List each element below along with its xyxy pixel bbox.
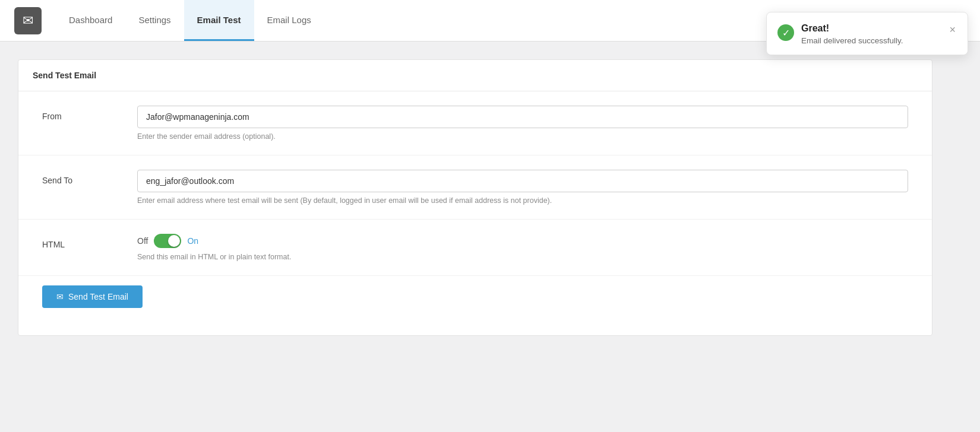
send-icon: ✉ — [56, 292, 64, 301]
nav-tabs: Dashboard Settings Email Test Email Logs — [56, 0, 324, 41]
html-row: HTML Off On Send this email in HTML or i… — [18, 220, 932, 276]
logo-icon: ✉ — [14, 7, 42, 34]
html-toggle[interactable] — [154, 234, 181, 248]
toast-message: Email delivered successfully. — [801, 36, 942, 45]
send-to-hint: Enter email address where test email wil… — [137, 196, 908, 205]
toast-close-button[interactable]: × — [949, 24, 956, 35]
tab-dashboard[interactable]: Dashboard — [56, 0, 125, 41]
from-field: Enter the sender email address (optional… — [137, 106, 908, 141]
card-title: Send Test Email — [33, 71, 96, 80]
from-hint: Enter the sender email address (optional… — [137, 132, 908, 141]
toast-title: Great! — [801, 23, 942, 34]
from-row: From Enter the sender email address (opt… — [18, 91, 932, 155]
toast-success-icon: ✓ — [777, 24, 794, 41]
send-to-label: Send To — [42, 170, 137, 185]
send-to-input[interactable] — [137, 170, 908, 192]
toggle-on-label: On — [187, 236, 198, 246]
tab-email-test[interactable]: Email Test — [184, 0, 254, 41]
toggle-slider — [154, 234, 181, 248]
from-input[interactable] — [137, 106, 908, 128]
send-to-row: Send To Enter email address where test e… — [18, 155, 932, 220]
toast-content: Great! Email delivered successfully. — [801, 23, 942, 45]
send-test-email-button[interactable]: ✉ Send Test Email — [42, 285, 143, 308]
html-field: Off On Send this email in HTML or in pla… — [137, 234, 908, 261]
toast-notification: ✓ Great! Email delivered successfully. × — [766, 12, 968, 55]
main-content: Send Test Email From Enter the sender em… — [0, 42, 950, 354]
tab-email-logs[interactable]: Email Logs — [254, 0, 324, 41]
send-test-email-card: Send Test Email From Enter the sender em… — [18, 59, 932, 336]
html-hint: Send this email in HTML or in plain text… — [137, 253, 908, 261]
nav-logo: ✉ — [6, 0, 50, 41]
toggle-row: Off On — [137, 234, 908, 248]
toggle-off-label: Off — [137, 236, 148, 246]
from-label: From — [42, 106, 137, 121]
card-header: Send Test Email — [18, 60, 932, 91]
send-to-field: Enter email address where test email wil… — [137, 170, 908, 205]
button-row: ✉ Send Test Email — [18, 276, 932, 317]
html-label: HTML — [42, 234, 137, 249]
tab-settings[interactable]: Settings — [125, 0, 184, 41]
